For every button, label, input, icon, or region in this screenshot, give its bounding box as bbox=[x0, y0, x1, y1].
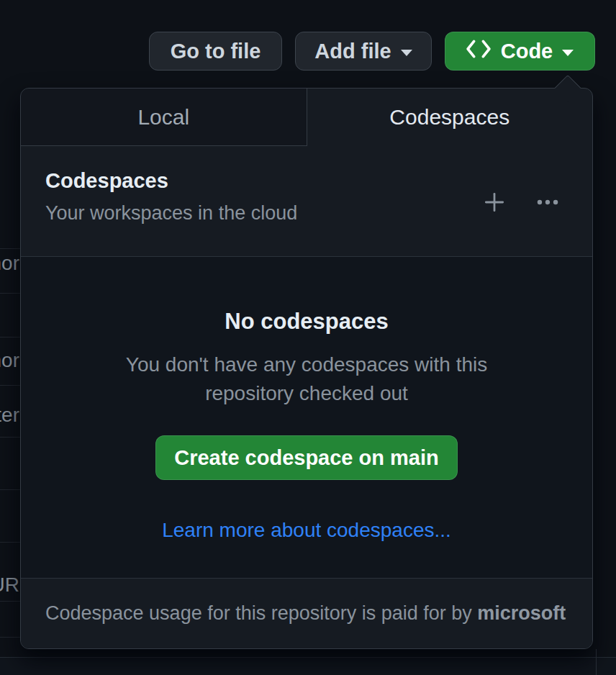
background-row-divider bbox=[0, 437, 20, 438]
background-bottom-strip bbox=[0, 658, 616, 675]
code-button-label: Code bbox=[501, 40, 553, 63]
background-row-divider bbox=[0, 248, 20, 249]
empty-state-description: You don't have any codespaces with this … bbox=[98, 350, 515, 408]
codespaces-header-actions bbox=[481, 189, 561, 215]
add-file-button[interactable]: Add file bbox=[295, 32, 432, 71]
background-text-fragment: nor bbox=[0, 350, 19, 371]
background-text-fragment: UR bbox=[0, 575, 19, 595]
background-row-divider bbox=[0, 637, 20, 638]
background-table-right-border bbox=[596, 649, 597, 675]
tab-codespaces[interactable]: Codespaces bbox=[307, 89, 593, 146]
plus-icon bbox=[482, 190, 507, 214]
code-dropdown-tabs: Local Codespaces bbox=[21, 89, 592, 146]
learn-more-link[interactable]: Learn more about codespaces... bbox=[162, 519, 451, 542]
empty-state-title: No codespaces bbox=[225, 309, 388, 335]
codespaces-header: Codespaces Your workspaces in the cloud bbox=[21, 146, 592, 256]
tab-local-label: Local bbox=[137, 105, 189, 130]
background-row-divider bbox=[0, 385, 20, 386]
caret-down-icon bbox=[562, 50, 574, 56]
background-row-divider bbox=[0, 489, 20, 490]
codespaces-empty-state: No codespaces You don't have any codespa… bbox=[21, 256, 592, 578]
background-row-divider bbox=[0, 337, 20, 338]
go-to-file-label: Go to file bbox=[171, 40, 261, 63]
background-bottom-divider bbox=[0, 657, 616, 658]
new-codespace-button[interactable] bbox=[481, 189, 507, 215]
tab-codespaces-label: Codespaces bbox=[389, 105, 509, 130]
kebab-horizontal-icon bbox=[535, 190, 560, 214]
background-text-fragment: nor bbox=[0, 253, 19, 273]
add-file-label: Add file bbox=[314, 40, 391, 63]
background-row-divider bbox=[0, 542, 20, 543]
create-codespace-button[interactable]: Create codespace on main bbox=[155, 435, 458, 480]
caret-down-icon bbox=[401, 50, 412, 56]
codespaces-options-button[interactable] bbox=[535, 189, 561, 215]
tab-local[interactable]: Local bbox=[21, 89, 307, 146]
footer-org: microsoft bbox=[477, 602, 566, 625]
codespaces-footer: Codespace usage for this repository is p… bbox=[21, 578, 592, 648]
footer-text: Codespace usage for this repository is p… bbox=[45, 602, 477, 625]
background-row-divider bbox=[0, 601, 20, 602]
go-to-file-button[interactable]: Go to file bbox=[149, 32, 282, 71]
code-dropdown-panel: Local Codespaces Codespaces Your workspa… bbox=[20, 88, 593, 649]
create-codespace-label: Create codespace on main bbox=[174, 446, 438, 470]
background-row-divider bbox=[0, 293, 20, 294]
code-icon bbox=[466, 40, 491, 63]
background-text-fragment: ter bbox=[0, 405, 19, 425]
code-button[interactable]: Code bbox=[445, 32, 595, 71]
